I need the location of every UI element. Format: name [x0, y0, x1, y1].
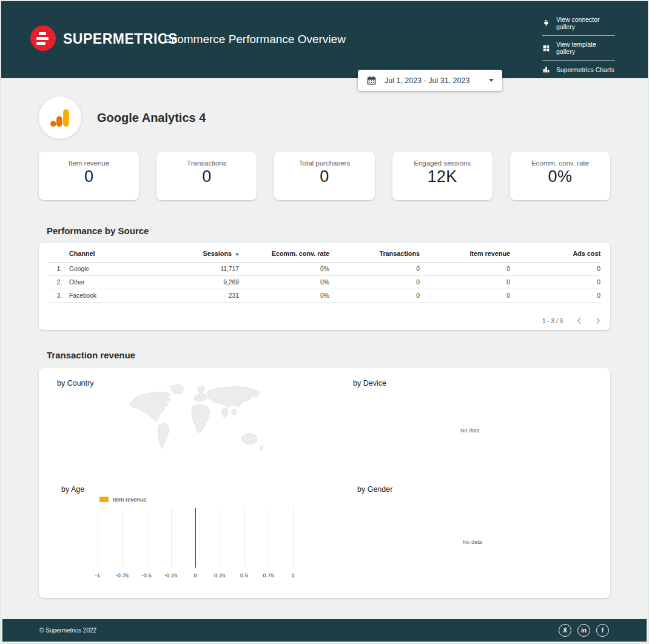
kpi-label: Transactions: [156, 159, 257, 167]
map-south-america: [158, 423, 169, 449]
panel-label-device: by Device: [353, 379, 386, 387]
x-twitter-icon[interactable]: X: [559, 624, 571, 637]
kpi-total-purchasers: Total purchasers 0: [274, 152, 374, 200]
brand-wordmark: SUPERMETRICS: [63, 29, 178, 47]
link-label: Supermetrics Charts: [556, 66, 614, 73]
panel-label-gender: by Gender: [357, 485, 392, 494]
cell-channel: Other: [69, 276, 149, 289]
pagination-next-icon[interactable]: [596, 317, 600, 324]
age-bar-chart: [98, 508, 293, 568]
link-template-gallery[interactable]: View template gallery: [542, 36, 615, 60]
map-north-america: [129, 392, 170, 421]
supermetrics-logo[interactable]: SUPERMETRICS: [30, 25, 178, 51]
link-connector-gallery[interactable]: View connector gallery: [542, 11, 615, 35]
legend-swatch-item-revenue: [99, 497, 109, 502]
col-channel[interactable]: Channel: [69, 246, 149, 263]
header-links: View connector gallery View template gal…: [542, 11, 615, 78]
kpi-transactions: Transactions 0: [156, 152, 257, 200]
world-map[interactable]: [119, 375, 275, 471]
dashboard-page: SUPERMETRICS Ecommerce Performance Overv…: [0, 0, 649, 644]
kpi-value: 12K: [392, 167, 493, 186]
map-india: [222, 408, 228, 418]
age-chart-legend: Item revenue: [99, 496, 146, 503]
map-australia: [242, 433, 257, 444]
gridline: [220, 508, 220, 568]
pagination-prev-icon[interactable]: [577, 317, 582, 324]
col-label: Sessions: [203, 250, 232, 257]
col-item-revenue[interactable]: Item revenue: [420, 246, 510, 263]
col-transactions[interactable]: Transactions: [329, 246, 420, 263]
cell-item-revenue: 0: [420, 276, 510, 289]
map-se-asia: [232, 409, 237, 415]
link-supermetrics-charts[interactable]: Supermetrics Charts: [542, 61, 615, 78]
linkedin-icon[interactable]: in: [577, 624, 590, 637]
section-title-performance: Performance by Source: [47, 226, 610, 236]
page-footer: © Supermetrics 2022 X in f: [2, 619, 647, 642]
google-analytics-logo: [39, 96, 81, 139]
cell-transactions: 0: [329, 289, 420, 303]
table-pagination: 1 - 3 / 3: [542, 317, 600, 324]
cell-conv-rate: 0%: [239, 263, 329, 276]
map-new-zealand: [260, 446, 263, 449]
top-header: SUPERMETRICS Ecommerce Performance Overv…: [1, 1, 648, 78]
col-sessions[interactable]: Sessions: [149, 246, 239, 263]
table-row[interactable]: 3. Facebook 231 0% 0 0 0: [49, 289, 600, 303]
col-index: [49, 246, 69, 263]
axis-tick: -1: [95, 572, 100, 579]
kpi-label: Ecomm. conv. rate: [510, 159, 610, 167]
date-range-value: Jul 1, 2023 - Jul 31, 2023: [385, 76, 469, 85]
gender-no-data: No data: [463, 539, 482, 545]
age-chart-axis: -1 -0.75 -0.5 -0.25 0 0.25 0.5 0.75 1: [98, 572, 293, 580]
template-grid-icon: [542, 44, 550, 52]
copyright-text: © Supermetrics 2022: [39, 627, 96, 634]
axis-tick: 0.25: [214, 572, 226, 579]
cell-item-revenue: 0: [420, 289, 510, 303]
zero-axis-line: [195, 508, 196, 568]
axis-tick: -0.75: [115, 572, 129, 579]
gridline: [171, 508, 172, 568]
transaction-revenue-card: by Country: [39, 368, 610, 598]
kpi-value: 0: [274, 167, 374, 186]
gridline: [244, 508, 245, 568]
cell-sessions: 9,269: [149, 276, 239, 289]
kpi-value: 0: [39, 167, 139, 186]
cell-conv-rate: 0%: [239, 276, 329, 289]
gridline: [269, 508, 269, 568]
col-conv-rate[interactable]: Ecomm. conv. rate: [239, 246, 329, 263]
performance-table: Channel Sessions Ecomm. conv. rate Trans…: [49, 246, 600, 303]
map-europe: [194, 394, 207, 401]
sort-desc-icon: [235, 253, 239, 256]
kpi-label: Engaged sessions: [392, 159, 493, 167]
kpi-label: Total purchasers: [274, 159, 374, 167]
facebook-icon[interactable]: f: [596, 624, 609, 637]
cell-ads-cost: 0: [510, 276, 600, 289]
social-links: X in f: [559, 624, 609, 637]
map-asia: [207, 386, 260, 407]
date-range-picker[interactable]: Jul 1, 2023 - Jul 31, 2023: [358, 70, 502, 91]
calendar-icon: [366, 75, 377, 86]
kpi-value: 0%: [510, 167, 610, 186]
row-index: 2.: [49, 276, 69, 289]
cell-ads-cost: 0: [510, 263, 600, 276]
gridline: [122, 508, 123, 568]
map-greenland: [170, 384, 184, 394]
cell-ads-cost: 0: [510, 289, 600, 303]
kpi-ecomm-conv-rate: Ecomm. conv. rate 0%: [510, 152, 610, 200]
kpi-label: Item revenue: [39, 159, 139, 167]
kpi-row: Item revenue 0 Transactions 0 Total purc…: [39, 152, 610, 200]
plug-icon: [542, 19, 550, 27]
performance-table-card: Channel Sessions Ecomm. conv. rate Trans…: [39, 243, 610, 330]
chevron-down-icon: [489, 79, 494, 82]
pagination-label: 1 - 3 / 3: [542, 318, 563, 324]
legend-label: Item revenue: [113, 496, 146, 503]
table-row[interactable]: 2. Other 9,269 0% 0 0 0: [49, 276, 600, 289]
kpi-value: 0: [156, 167, 257, 186]
device-no-data: No data: [460, 428, 480, 434]
col-ads-cost[interactable]: Ads cost: [510, 246, 600, 263]
axis-tick: -0.5: [141, 572, 151, 579]
connector-name: Google Analytics 4: [97, 111, 206, 125]
cell-sessions: 11,717: [149, 263, 239, 276]
cell-sessions: 231: [149, 289, 239, 303]
table-row[interactable]: 1. Google 11,717 0% 0 0 0: [49, 263, 600, 276]
bar-chart-icon: [542, 65, 550, 73]
